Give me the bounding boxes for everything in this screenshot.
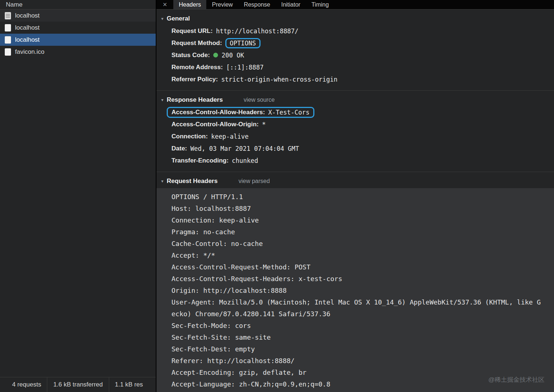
header-value: X-Test-Cors: [268, 109, 310, 116]
header-row-access-control-allow-headers: Access-Control-Allow-Headers: X-Test-Cor…: [156, 106, 554, 118]
name-column-header[interactable]: Name: [0, 0, 156, 10]
tab-headers[interactable]: Headers: [173, 0, 206, 9]
raw-header-line: Accept-Encoding: gzip, deflate, br: [171, 367, 544, 378]
tab-initiator[interactable]: Initiator: [276, 0, 306, 9]
document-icon: [5, 12, 11, 19]
section-request-headers: ▾ Request Headers view parsed: [156, 172, 554, 188]
raw-header-line: Host: localhost:8887: [171, 203, 544, 214]
raw-header-line: User-Agent: Mozilla/5.0 (Macintosh; Inte…: [171, 296, 544, 320]
transferred-size: 1.6 kB transferred: [47, 381, 108, 388]
header-value: http://localhost:8887/: [216, 27, 298, 35]
header-row-referrer-policy: Referrer Policy: strict-origin-when-cros…: [156, 73, 554, 85]
request-name: localhost: [15, 36, 40, 44]
header-name: Remote Address:: [171, 64, 223, 71]
request-row[interactable]: localhost: [0, 22, 156, 34]
section-response-headers: ▾ Response Headers view source Access-Co…: [156, 91, 554, 172]
raw-request-headers: OPTIONS / HTTP/1.1 Host: localhost:8887 …: [156, 188, 554, 392]
section-title: General: [167, 15, 190, 22]
raw-header-line: Pragma: no-cache: [171, 226, 544, 238]
header-row-request-url: Request URL: http://localhost:8887/: [156, 25, 554, 37]
header-row-transfer-encoding: Transfer-Encoding: chunked: [156, 154, 554, 167]
header-value: 200 OK: [222, 52, 244, 59]
request-row[interactable]: localhost: [0, 10, 156, 22]
header-row-connection: Connection: keep-alive: [156, 130, 554, 142]
section-general-header[interactable]: ▾ General: [156, 12, 554, 25]
tab-preview[interactable]: Preview: [206, 0, 238, 9]
disclosure-triangle-icon: ▾: [161, 179, 163, 184]
request-row-selected[interactable]: localhost: [0, 34, 156, 46]
header-row-status-code: Status Code: 200 OK: [156, 49, 554, 61]
raw-header-line: Sec-Fetch-Dest: empty: [171, 343, 544, 355]
request-name: favicon.ico: [15, 48, 44, 56]
tab-response[interactable]: Response: [238, 0, 276, 9]
resources-size: 1.1 kB res: [109, 381, 149, 388]
disclosure-triangle-icon: ▾: [161, 16, 163, 21]
header-value: strict-origin-when-cross-origin: [221, 76, 337, 83]
request-row[interactable]: favicon.ico: [0, 46, 156, 58]
disclosure-triangle-icon: ▾: [161, 97, 163, 102]
header-row-remote-address: Remote Address: [::1]:8887: [156, 61, 554, 73]
network-status-bar: 4 requests 1.6 kB transferred 1.1 kB res: [0, 377, 156, 392]
section-title: Response Headers: [167, 96, 223, 104]
header-value: Wed, 03 Mar 2021 07:04:04 GMT: [191, 145, 299, 152]
file-icon: [5, 48, 11, 56]
raw-header-line: Origin: http://localhost:8888: [171, 285, 544, 296]
header-name: Access-Control-Allow-Headers:: [171, 109, 265, 116]
details-tab-bar: × Headers Preview Response Initiator Tim…: [156, 0, 554, 10]
raw-header-line: Access-Control-Request-Headers: x-test-c…: [171, 273, 544, 285]
raw-header-line: Sec-Fetch-Site: same-site: [171, 332, 544, 343]
raw-header-line: Cache-Control: no-cache: [171, 238, 544, 250]
header-value: [::1]:8887: [226, 64, 263, 71]
network-request-list: Name localhost localhost localhost favic…: [0, 0, 156, 392]
header-name: Request URL:: [171, 27, 213, 35]
header-row-request-method: Request Method: OPTIONS: [156, 37, 554, 49]
raw-header-line: Accept: */*: [171, 250, 544, 261]
header-name: Connection:: [171, 133, 208, 140]
header-name: Referrer Policy:: [171, 76, 218, 83]
highlight-annotation-box: Access-Control-Allow-Headers: X-Test-Cor…: [167, 107, 314, 118]
headers-tab-content: ▾ General Request URL: http://localhost:…: [156, 10, 554, 392]
header-value: keep-alive: [211, 133, 248, 140]
raw-header-line: Access-Control-Request-Method: POST: [171, 261, 544, 273]
request-name: localhost: [15, 24, 40, 31]
request-list-empty-area: [0, 58, 156, 377]
tab-timing[interactable]: Timing: [306, 0, 334, 9]
status-ok-dot-icon: [213, 53, 218, 57]
request-details-panel: × Headers Preview Response Initiator Tim…: [156, 0, 554, 392]
raw-header-line: OPTIONS / HTTP/1.1: [171, 191, 544, 203]
header-value: chunked: [232, 157, 258, 164]
file-icon: [5, 36, 11, 44]
header-value: OPTIONS: [230, 40, 256, 47]
view-parsed-link[interactable]: view parsed: [239, 178, 270, 184]
raw-header-line: Connection: keep-alive: [171, 214, 544, 226]
header-row-date: Date: Wed, 03 Mar 2021 07:04:04 GMT: [156, 142, 554, 154]
raw-header-line: Accept-Language: zh-CN,zh;q=0.9,en;q=0.8: [171, 378, 544, 390]
raw-header-line: Referer: http://localhost:8888/: [171, 355, 544, 367]
header-row-access-control-allow-origin: Access-Control-Allow-Origin: *: [156, 118, 554, 130]
view-source-link[interactable]: view source: [244, 97, 274, 103]
requests-count: 4 requests: [6, 381, 47, 388]
header-name: Status Code:: [171, 52, 210, 59]
section-request-headers-header[interactable]: ▾ Request Headers view parsed: [156, 175, 554, 187]
raw-header-line: Sec-Fetch-Mode: cors: [171, 320, 544, 332]
header-name: Transfer-Encoding:: [171, 157, 229, 164]
header-name: Date:: [171, 145, 187, 152]
section-response-headers-header[interactable]: ▾ Response Headers view source: [156, 94, 554, 106]
close-icon[interactable]: ×: [156, 0, 173, 9]
header-name: Request Method:: [171, 40, 222, 47]
devtools-network-panel: Name localhost localhost localhost favic…: [0, 0, 554, 392]
highlight-annotation-box: OPTIONS: [225, 38, 261, 48]
section-title: Request Headers: [167, 178, 218, 185]
header-name: Access-Control-Allow-Origin:: [171, 121, 259, 128]
file-icon: [5, 24, 11, 31]
section-general: ▾ General Request URL: http://localhost:…: [156, 10, 554, 90]
request-name: localhost: [15, 12, 40, 19]
header-value: *: [262, 121, 266, 128]
